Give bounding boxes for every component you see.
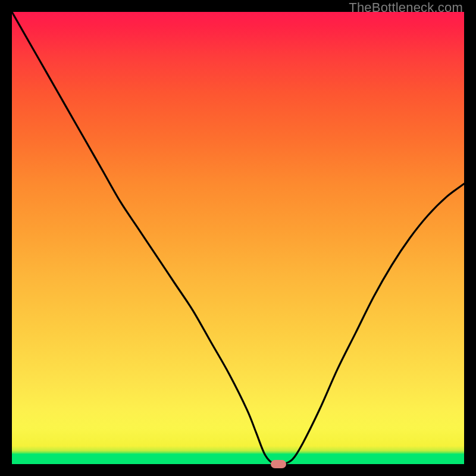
bottleneck-curve (12, 12, 464, 464)
minimum-marker (271, 460, 286, 468)
chart-frame: TheBottleneck.com (0, 0, 476, 476)
watermark-text: TheBottleneck.com (349, 0, 463, 15)
